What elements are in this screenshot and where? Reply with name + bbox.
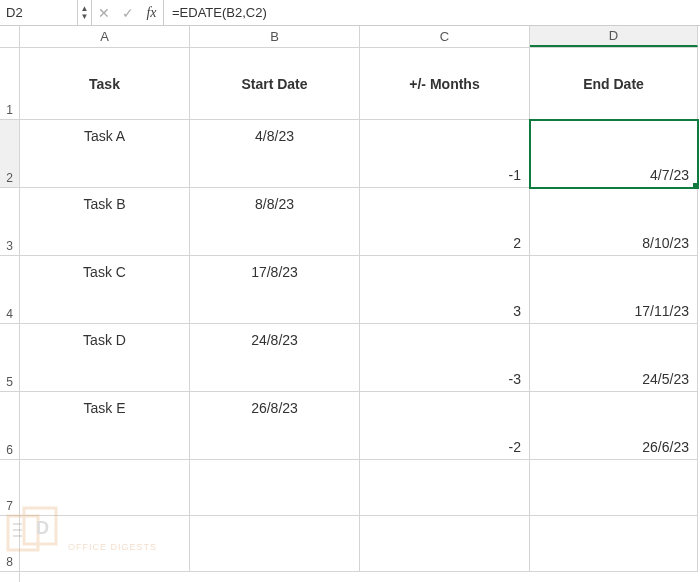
cell-start-4[interactable]: 17/8/23	[190, 256, 360, 324]
cell-empty-7-A[interactable]	[20, 460, 190, 516]
cell-empty-8-B[interactable]	[190, 516, 360, 572]
cell-empty-7-D[interactable]	[530, 460, 698, 516]
row-header-8[interactable]: 8	[0, 516, 19, 572]
cell-start-3[interactable]: 8/8/23	[190, 188, 360, 256]
cell-months-2[interactable]: -1	[360, 120, 530, 188]
row-header-6[interactable]: 6	[0, 392, 19, 460]
cell-end-5[interactable]: 24/5/23	[530, 324, 698, 392]
cell-empty-8-A[interactable]	[20, 516, 190, 572]
select-all-corner[interactable]	[0, 26, 20, 48]
grid-body[interactable]: TaskStart Date+/- MonthsEnd DateTask A4/…	[20, 48, 700, 582]
cell-start-6[interactable]: 26/8/23	[190, 392, 360, 460]
cell-start-5[interactable]: 24/8/23	[190, 324, 360, 392]
row-header-3[interactable]: 3	[0, 188, 19, 256]
fx-icon[interactable]: fx	[140, 0, 164, 25]
cell-end-3[interactable]: 8/10/23	[530, 188, 698, 256]
cell-empty-7-C[interactable]	[360, 460, 530, 516]
row-header-1[interactable]: 1	[0, 48, 19, 120]
cell-end-2[interactable]: 4/7/23	[530, 120, 698, 188]
row-header-2[interactable]: 2	[0, 120, 19, 188]
cell-empty-7-B[interactable]	[190, 460, 360, 516]
cell-end-4[interactable]: 17/11/23	[530, 256, 698, 324]
column-header-C[interactable]: C	[360, 26, 530, 47]
column-header-D[interactable]: D	[530, 26, 698, 47]
column-headers: ABCD	[20, 26, 698, 48]
cell-months-6[interactable]: -2	[360, 392, 530, 460]
cell-empty-8-C[interactable]	[360, 516, 530, 572]
header-months[interactable]: +/- Months	[360, 48, 530, 120]
cell-months-5[interactable]: -3	[360, 324, 530, 392]
row-header-7[interactable]: 7	[0, 460, 19, 516]
column-header-B[interactable]: B	[190, 26, 360, 47]
header-task[interactable]: Task	[20, 48, 190, 120]
row-header-5[interactable]: 5	[0, 324, 19, 392]
cell-task-2[interactable]: Task A	[20, 120, 190, 188]
cell-end-6[interactable]: 26/6/23	[530, 392, 698, 460]
formula-bar: D2 ▲ ▼ ✕ ✓ fx =EDATE(B2,C2)	[0, 0, 700, 26]
cell-task-5[interactable]: Task D	[20, 324, 190, 392]
header-end[interactable]: End Date	[530, 48, 698, 120]
cell-task-4[interactable]: Task C	[20, 256, 190, 324]
row-headers: 12345678	[0, 48, 20, 582]
name-box[interactable]: D2	[0, 0, 78, 25]
cell-task-6[interactable]: Task E	[20, 392, 190, 460]
cell-empty-8-D[interactable]	[530, 516, 698, 572]
formula-input[interactable]: =EDATE(B2,C2)	[164, 0, 700, 25]
column-header-A[interactable]: A	[20, 26, 190, 47]
name-box-dropdown[interactable]: ▲ ▼	[78, 0, 92, 25]
cell-months-4[interactable]: 3	[360, 256, 530, 324]
cell-months-3[interactable]: 2	[360, 188, 530, 256]
cancel-formula-icon[interactable]: ✕	[92, 0, 116, 25]
cell-task-3[interactable]: Task B	[20, 188, 190, 256]
header-start[interactable]: Start Date	[190, 48, 360, 120]
spinner-down-icon[interactable]: ▼	[78, 13, 91, 21]
accept-formula-icon[interactable]: ✓	[116, 0, 140, 25]
row-header-4[interactable]: 4	[0, 256, 19, 324]
cell-start-2[interactable]: 4/8/23	[190, 120, 360, 188]
